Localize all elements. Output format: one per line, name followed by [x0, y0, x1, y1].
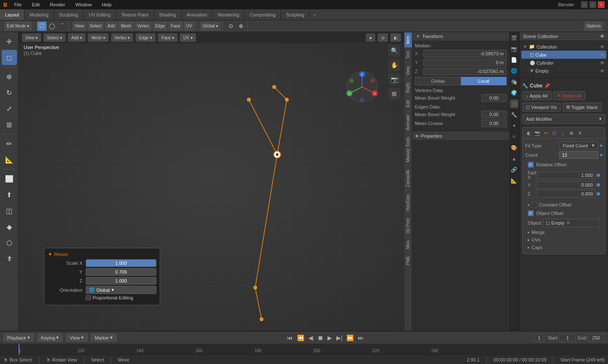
timeline-ruler[interactable]: 1 120 140 160 180 200 220 240: [0, 344, 608, 355]
n-tab-pme[interactable]: PME: [404, 252, 412, 269]
scale-tool[interactable]: ⤢: [2, 101, 17, 116]
constant-offset-header[interactable]: ▸ Constant Offset: [525, 201, 603, 209]
cube-eye[interactable]: 👁: [600, 52, 605, 57]
vp-zoom-in[interactable]: 🔍: [388, 45, 400, 57]
menu-file[interactable]: File: [11, 1, 25, 8]
modifier-apply-all-single[interactable]: ↓: [559, 129, 567, 137]
scale-y-input[interactable]: 0.709: [86, 268, 156, 276]
bevel-tool[interactable]: ◆: [2, 219, 17, 234]
inset-tool[interactable]: ◫: [2, 203, 17, 218]
vp-grid[interactable]: ⊞: [388, 88, 400, 100]
z-coord-value[interactable]: -0.027041 m: [423, 68, 507, 75]
vertex-btn[interactable]: Vertex: [135, 22, 152, 31]
select-lasso-btn[interactable]: ⌒: [57, 22, 67, 31]
cube-item[interactable]: ◻ Cube 👁: [521, 51, 606, 59]
proportional-btn[interactable]: ⊕: [236, 22, 245, 31]
vp-camera[interactable]: 📷: [388, 73, 400, 85]
next-keyframe-btn[interactable]: ⏩: [346, 334, 354, 341]
select-box-btn[interactable]: ☐: [37, 22, 46, 31]
collection-eye[interactable]: 👁: [600, 44, 605, 49]
play-btn[interactable]: ▶: [327, 334, 333, 341]
modifier-render-btn[interactable]: 📷: [534, 129, 541, 137]
props-icon-world[interactable]: 🌍: [510, 89, 518, 97]
select-btn[interactable]: Select: [87, 22, 104, 31]
tab-layout[interactable]: Layout: [0, 9, 25, 20]
tab-modeling[interactable]: Modeling: [25, 9, 54, 20]
proportional-checkbox[interactable]: [86, 295, 91, 300]
object-clear-btn[interactable]: ✕: [566, 220, 570, 226]
n-tab-hardops[interactable]: HardOps: [404, 190, 412, 215]
mean-crease-value[interactable]: 0.00: [481, 120, 507, 127]
face-btn[interactable]: Face: [168, 22, 183, 31]
cylinder-eye[interactable]: 👁: [600, 60, 605, 65]
tab-sculpting[interactable]: Sculpting: [54, 9, 84, 20]
n-tab-view[interactable]: View: [404, 62, 412, 79]
tab-rendering[interactable]: Rendering: [213, 9, 245, 20]
modifier-cage-btn[interactable]: ⬡: [551, 129, 558, 137]
tab-animation[interactable]: Animation: [182, 9, 213, 20]
fit-type-select[interactable]: Fixed Count ▾: [559, 141, 598, 149]
tab-texture-paint[interactable]: Texture Paint: [116, 9, 154, 20]
empty-item[interactable]: ✕ Empty 👁: [521, 67, 606, 75]
count-dot[interactable]: [600, 154, 603, 156]
props-icon-object-data[interactable]: 📐: [510, 177, 518, 185]
factor-x-value[interactable]: 1.000: [536, 171, 595, 179]
constant-offset-checkbox[interactable]: [532, 202, 537, 208]
props-icon-physics[interactable]: ⚛: [510, 133, 518, 141]
vp-overlay-btn[interactable]: ●: [366, 33, 375, 42]
n-tab-zaloop[interactable]: Zaloop4k: [404, 166, 412, 190]
vp-add-btn[interactable]: Add ▾: [68, 33, 86, 42]
scene-collection-eye[interactable]: 👁: [600, 34, 605, 39]
empty-eye[interactable]: 👁: [600, 68, 605, 73]
props-icon-particles[interactable]: ✦: [510, 122, 518, 130]
menu-help[interactable]: Help: [98, 1, 115, 8]
relative-offset-checkbox[interactable]: ✓: [528, 162, 534, 168]
modifier-pin-icon[interactable]: 📌: [544, 83, 550, 89]
vp-gizmo-btn[interactable]: ⊙: [378, 33, 388, 42]
uv-btn[interactable]: UV: [184, 22, 195, 31]
viewport-3d[interactable]: View ▾ Select ▾ Add ▾ Mesh ▾ Vertex ▾ Ed…: [19, 32, 404, 331]
props-icon-output[interactable]: 📄: [510, 56, 518, 64]
transform-space-btn[interactable]: Global ▾: [200, 22, 221, 31]
mean-bevel-weight-e-value[interactable]: 0.00: [481, 111, 507, 118]
options-btn[interactable]: Options: [584, 22, 603, 31]
rel-offset-z-value[interactable]: 0.000: [536, 190, 595, 198]
props-icon-constraints[interactable]: 🔗: [510, 166, 518, 174]
vp-face-btn[interactable]: Face ▾: [158, 33, 177, 42]
object-offset-checkbox[interactable]: ✓: [528, 210, 534, 216]
jump-start-btn[interactable]: ⏮: [286, 334, 294, 341]
n-tab-item[interactable]: Item: [404, 32, 412, 47]
properties-header[interactable]: ▶ Properties: [412, 131, 509, 140]
rotate-tool[interactable]: ↻: [2, 85, 17, 100]
tab-shading[interactable]: Shading: [154, 9, 181, 20]
menu-render[interactable]: Render: [46, 1, 68, 8]
start-frame-input[interactable]: 1: [559, 334, 576, 342]
modifier-edit-btn[interactable]: ✏: [542, 129, 550, 137]
view-btn[interactable]: View: [72, 22, 87, 31]
menu-window[interactable]: Window: [72, 1, 95, 8]
minimize-button[interactable]: —: [581, 1, 588, 8]
modifier-duplicate-btn[interactable]: ⊕: [567, 129, 575, 137]
vp-mesh-btn[interactable]: Mesh ▾: [88, 33, 108, 42]
n-tab-3dprint[interactable]: 3D Print: [404, 215, 412, 237]
vp-select-btn[interactable]: Select ▾: [44, 33, 65, 42]
proportional-editing-toggle[interactable]: Proportional Editing: [86, 295, 156, 300]
playback-menu-btn[interactable]: Playback ▾: [3, 334, 34, 342]
extrude-tool[interactable]: ⬆: [2, 187, 17, 202]
loop-cut-tool[interactable]: ⬡: [2, 235, 17, 250]
add-btn[interactable]: Add: [105, 22, 117, 31]
y-coord-value[interactable]: 0 m: [423, 59, 507, 66]
props-icon-object[interactable]: ◻: [510, 100, 518, 108]
n-tab-tool[interactable]: Tool: [404, 47, 412, 62]
n-tab-mira[interactable]: Mira: [404, 237, 412, 252]
x-coord-value[interactable]: -0.59573 m: [423, 50, 507, 57]
toggle-stack-btn[interactable]: ⊞ Toggle Stack: [562, 103, 602, 111]
knife-tool[interactable]: 🗡: [2, 251, 17, 266]
stop-btn[interactable]: ⏹: [316, 334, 324, 341]
vp-pan[interactable]: ✋: [388, 59, 400, 71]
count-value[interactable]: 12: [559, 151, 598, 159]
close-button[interactable]: ✕: [598, 1, 605, 8]
tab-uv-editing[interactable]: UV Editing: [84, 9, 116, 20]
scale-z-input[interactable]: 1.000: [86, 277, 156, 285]
rel-offset-z-dot[interactable]: [597, 192, 600, 196]
